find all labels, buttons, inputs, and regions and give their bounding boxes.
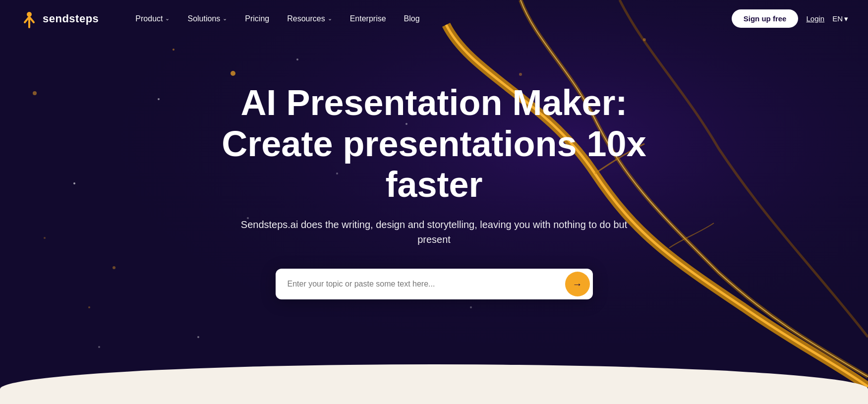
nav-right: Sign up free Login EN ▾ xyxy=(732,9,848,28)
hero-section: AI Presentation Maker: Create presentati… xyxy=(0,37,868,364)
chevron-down-icon: ⌄ xyxy=(223,15,227,22)
navbar: sendsteps Product ⌄ Solutions ⌄ Pricing … xyxy=(0,0,868,37)
chevron-down-icon: ▾ xyxy=(844,14,848,23)
nav-item-solutions[interactable]: Solutions ⌄ xyxy=(180,10,234,27)
search-input[interactable] xyxy=(288,275,565,293)
nav-item-resources[interactable]: Resources ⌄ xyxy=(280,10,339,27)
nav-links: Product ⌄ Solutions ⌄ Pricing Resources … xyxy=(128,10,731,27)
hero-title: AI Presentation Maker: Create presentati… xyxy=(186,82,682,205)
page-wrapper: sendsteps Product ⌄ Solutions ⌄ Pricing … xyxy=(0,0,868,404)
search-submit-button[interactable]: → xyxy=(565,272,590,296)
login-link[interactable]: Login xyxy=(806,14,824,23)
hero-subtitle: Sendsteps.ai does the writing, design an… xyxy=(231,217,637,247)
logo-text: sendsteps xyxy=(43,12,99,25)
nav-item-pricing[interactable]: Pricing xyxy=(238,10,276,27)
nav-item-blog[interactable]: Blog xyxy=(397,10,427,27)
logo[interactable]: sendsteps xyxy=(20,9,99,28)
arrow-right-icon: → xyxy=(573,279,582,290)
logo-icon xyxy=(20,9,39,28)
nav-item-product[interactable]: Product ⌄ xyxy=(128,10,176,27)
signup-button[interactable]: Sign up free xyxy=(732,9,799,28)
search-bar: → xyxy=(276,269,593,299)
chevron-down-icon: ⌄ xyxy=(328,15,332,22)
chevron-down-icon: ⌄ xyxy=(165,15,170,22)
language-selector[interactable]: EN ▾ xyxy=(832,14,848,23)
nav-item-enterprise[interactable]: Enterprise xyxy=(343,10,393,27)
